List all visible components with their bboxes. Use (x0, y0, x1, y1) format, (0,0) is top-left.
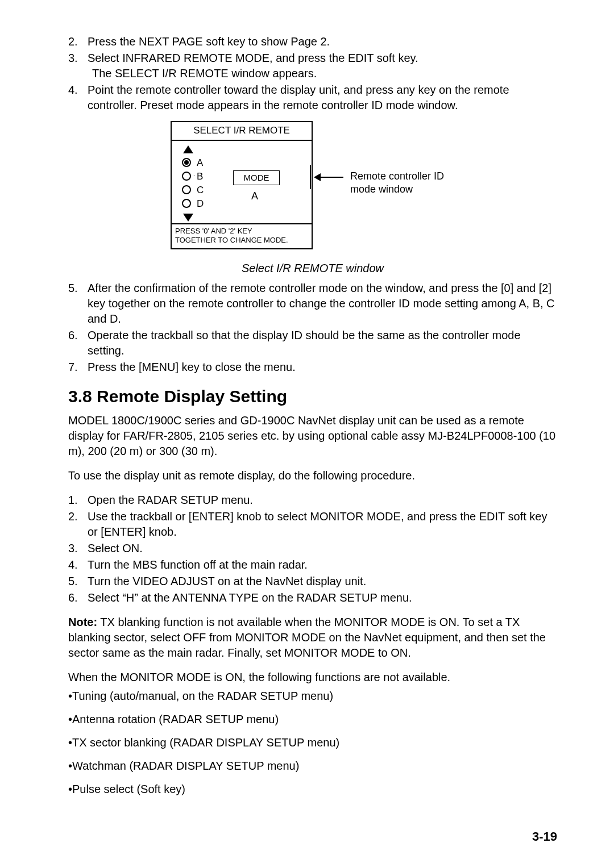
list-item: 6. Operate the trackball so that the dis… (68, 328, 557, 358)
panel-body: A · B C D MODE A (172, 141, 312, 223)
item-number: 4. (68, 82, 88, 113)
item-text: Press the NEXT PAGE soft key to show Pag… (88, 34, 557, 49)
list-item: 2. Use the trackball or [ENTER] knob to … (68, 509, 557, 540)
list-item: 1. Open the RADAR SETUP menu. (68, 493, 557, 508)
item-text: Select ON. (88, 541, 557, 556)
radio-icon (182, 172, 191, 181)
panel-footer: PRESS '0' AND '2' KEY TOGETHER TO CHANGE… (172, 223, 312, 249)
radio-icon (182, 185, 191, 194)
item-text: Press the [MENU] key to close the menu. (88, 360, 557, 375)
note-label: Note: (68, 616, 97, 628)
item-text: Use the trackball or [ENTER] knob to sel… (88, 509, 557, 540)
list-item: 5. After the confirmation of the remote … (68, 281, 557, 327)
item-text: After the confirmation of the remote con… (88, 281, 557, 327)
radio-label: C (197, 184, 204, 197)
panel-title: SELECT I/R REMOTE (172, 122, 312, 141)
up-arrow-icon (183, 145, 193, 153)
item-text: Turn the MBS function off at the main ra… (88, 557, 557, 573)
item-number: 5. (68, 281, 88, 327)
list-item: 6. Select “H” at the ANTENNA TYPE on the… (68, 590, 557, 606)
item-text: Operate the trackball so that the displa… (88, 328, 557, 358)
paragraph: When the MONITOR MODE is ON, the followi… (68, 670, 557, 685)
ordered-list-2: 5. After the confirmation of the remote … (68, 281, 557, 375)
section-heading: 3.8 Remote Display Setting (68, 385, 557, 408)
radio-label: A (197, 157, 203, 170)
radio-selected-icon (182, 158, 191, 167)
tick-icon: · (193, 172, 195, 180)
figure-caption: Select I/R REMOTE window (68, 261, 557, 276)
figure-wrapper: SELECT I/R REMOTE A · B C D MODE A (68, 121, 557, 257)
bullet-item: •Antenna rotation (RADAR SETUP menu) (68, 712, 557, 727)
bullet-item: •Tuning (auto/manual, on the RADAR SETUP… (68, 688, 557, 704)
bullet-item: •Watchman (RADAR DISPLAY SETUP menu) (68, 758, 557, 774)
item-number: 6. (68, 590, 88, 606)
item-text: Point the remote controller toward the d… (88, 82, 557, 113)
mode-label-box: MODE (233, 170, 280, 185)
arrow-line-icon (317, 177, 343, 178)
document-page: 2. Press the NEXT PAGE soft key to show … (0, 0, 614, 868)
item-number: 6. (68, 328, 88, 358)
figure: SELECT I/R REMOTE A · B C D MODE A (171, 121, 455, 257)
item-sub: The SELECT I/R REMOTE window appears. (92, 67, 317, 80)
item-number: 1. (68, 493, 88, 508)
list-item: 4. Point the remote controller toward th… (68, 82, 557, 113)
item-main: Select INFRARED REMOTE MODE, and press t… (88, 52, 418, 64)
paragraph: MODEL 1800C/1900C series and GD-1900C Na… (68, 413, 557, 459)
list-item: 4. Turn the MBS function off at the main… (68, 557, 557, 573)
note-paragraph: Note: TX blanking function is not availa… (68, 615, 557, 661)
bullet-list: •Tuning (auto/manual, on the RADAR SETUP… (68, 688, 557, 797)
item-number: 2. (68, 509, 88, 540)
bullet-item: •TX sector blanking (RADAR DISPLAY SETUP… (68, 735, 557, 750)
footer-line1: PRESS '0' AND '2' KEY (175, 227, 252, 235)
paragraph: To use the display unit as remote displa… (68, 468, 557, 483)
page-number: 3-19 (532, 828, 557, 845)
note-body: TX blanking function is not available wh… (68, 616, 546, 659)
callout-bracket (310, 165, 311, 189)
item-text: Select INFRARED REMOTE MODE, and press t… (88, 51, 557, 81)
item-number: 2. (68, 34, 88, 49)
ordered-list-1: 2. Press the NEXT PAGE soft key to show … (68, 34, 557, 113)
callout-line2: mode window (350, 183, 413, 195)
callout-line1: Remote controller ID (350, 170, 444, 182)
item-text: Select “H” at the ANTENNA TYPE on the RA… (88, 590, 557, 606)
radio-icon (182, 199, 191, 208)
item-number: 3. (68, 51, 88, 81)
list-item: 3. Select ON. (68, 541, 557, 556)
list-item: 2. Press the NEXT PAGE soft key to show … (68, 34, 557, 49)
item-number: 7. (68, 360, 88, 375)
item-number: 3. (68, 541, 88, 556)
footer-line2: TOGETHER TO CHANGE MODE. (175, 236, 288, 244)
radio-label: D (197, 198, 204, 211)
list-item: 5. Turn the VIDEO ADJUST on at the NavNe… (68, 574, 557, 589)
mode-value: A (251, 189, 258, 203)
item-number: 4. (68, 557, 88, 573)
list-item: 7. Press the [MENU] key to close the men… (68, 360, 557, 375)
callout-text: Remote controller ID mode window (350, 170, 444, 195)
bullet-item: •Pulse select (Soft key) (68, 782, 557, 797)
remote-panel: SELECT I/R REMOTE A · B C D MODE A (171, 121, 313, 249)
list-item: 3. Select INFRARED REMOTE MODE, and pres… (68, 51, 557, 81)
radio-label: B (197, 170, 203, 183)
item-text: Open the RADAR SETUP menu. (88, 493, 557, 508)
item-text: Turn the VIDEO ADJUST on at the NavNet d… (88, 574, 557, 589)
item-number: 5. (68, 574, 88, 589)
ordered-list-3: 1. Open the RADAR SETUP menu. 2. Use the… (68, 493, 557, 606)
down-arrow-icon (183, 214, 193, 222)
